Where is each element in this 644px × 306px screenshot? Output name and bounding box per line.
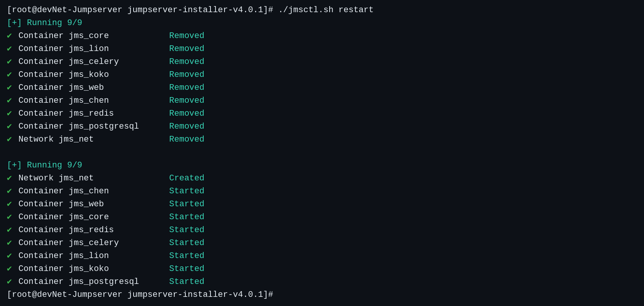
list-item: ✔ Container jms_core Started (7, 211, 637, 224)
item-status: Started (169, 276, 204, 288)
section2-header: [+] Running 9/9 (7, 159, 637, 172)
check-icon: ✔ (7, 107, 17, 120)
item-name: Container jms_web (18, 81, 169, 94)
list-item: ✔ Network jms_net Created (7, 172, 637, 185)
check-icon: ✔ (7, 81, 17, 94)
list-item: ✔ Container jms_postgresql Removed (7, 120, 637, 133)
check-icon: ✔ (7, 69, 17, 81)
item-status: Removed (169, 56, 204, 69)
item-status: Started (169, 263, 204, 276)
final-prompt-text: [root@devNet-Jumpserver jumpserver-insta… (7, 288, 273, 301)
check-icon: ✔ (7, 185, 17, 198)
prompt-text: [root@devNet-Jumpserver jumpserver-insta… (7, 4, 374, 17)
list-item: ✔ Container jms_web Started (7, 198, 637, 211)
item-status: Started (169, 237, 204, 250)
section2-items: ✔ Network jms_net Created✔ Container jms… (7, 172, 637, 288)
check-icon: ✔ (7, 250, 17, 263)
item-status: Removed (169, 69, 204, 81)
item-name: Container jms_lion (18, 250, 169, 263)
item-name: Container jms_celery (18, 56, 169, 69)
item-status: Removed (169, 133, 204, 146)
check-icon: ✔ (7, 43, 17, 56)
check-icon: ✔ (7, 120, 17, 133)
check-icon: ✔ (7, 237, 17, 250)
item-name: Container jms_core (18, 211, 169, 224)
item-status: Removed (169, 81, 204, 94)
item-name: Container jms_chen (18, 185, 169, 198)
item-name: Container jms_redis (18, 224, 169, 237)
list-item: ✔ Container jms_chen Started (7, 185, 637, 198)
list-item: ✔ Container jms_koko Started (7, 263, 637, 276)
item-name: Container jms_celery (18, 237, 169, 250)
item-name: Container jms_lion (18, 43, 169, 56)
item-status: Removed (169, 30, 204, 43)
item-name: Container jms_redis (18, 107, 169, 120)
item-name: Container jms_koko (18, 69, 169, 81)
check-icon: ✔ (7, 133, 17, 146)
check-icon: ✔ (7, 276, 17, 288)
item-status: Started (169, 185, 204, 198)
section1-header-text: [+] Running 9/9 (7, 17, 82, 30)
list-item: ✔ Container jms_lion Removed (7, 43, 637, 56)
list-item: ✔ Container jms_celery Removed (7, 56, 637, 69)
list-item: ✔ Container jms_chen Removed (7, 94, 637, 107)
item-name: Network jms_net (18, 133, 169, 146)
item-status: Started (169, 250, 204, 263)
list-item: ✔ Container jms_redis Removed (7, 107, 637, 120)
item-status: Removed (169, 94, 204, 107)
check-icon: ✔ (7, 224, 17, 237)
check-icon: ✔ (7, 198, 17, 211)
list-item: ✔ Container jms_core Removed (7, 30, 637, 43)
item-status: Removed (169, 120, 204, 133)
item-status: Created (169, 172, 204, 185)
section2-header-text: [+] Running 9/9 (7, 159, 82, 172)
final-prompt-line: [root@devNet-Jumpserver jumpserver-insta… (7, 288, 637, 301)
list-item: ✔ Container jms_koko Removed (7, 69, 637, 81)
item-name: Container jms_core (18, 30, 169, 43)
command-line: [root@devNet-Jumpserver jumpserver-insta… (7, 4, 637, 17)
empty-line-1 (7, 146, 637, 159)
list-item: ✔ Container jms_celery Started (7, 237, 637, 250)
list-item: ✔ Container jms_web Removed (7, 81, 637, 94)
section1-header: [+] Running 9/9 (7, 17, 637, 30)
terminal: [root@devNet-Jumpserver jumpserver-insta… (7, 4, 637, 301)
check-icon: ✔ (7, 263, 17, 276)
check-icon: ✔ (7, 211, 17, 224)
item-status: Removed (169, 107, 204, 120)
item-name: Container jms_web (18, 198, 169, 211)
list-item: ✔ Container jms_lion Started (7, 250, 637, 263)
item-name: Container jms_postgresql (18, 276, 169, 288)
check-icon: ✔ (7, 30, 17, 43)
item-name: Container jms_chen (18, 94, 169, 107)
item-status: Started (169, 198, 204, 211)
item-status: Started (169, 224, 204, 237)
list-item: ✔ Container jms_redis Started (7, 224, 637, 237)
item-status: Started (169, 211, 204, 224)
check-icon: ✔ (7, 94, 17, 107)
item-status: Removed (169, 43, 204, 56)
check-icon: ✔ (7, 172, 17, 185)
list-item: ✔ Container jms_postgresql Started (7, 276, 637, 288)
check-icon: ✔ (7, 56, 17, 69)
item-name: Container jms_koko (18, 263, 169, 276)
section1-items: ✔ Container jms_core Removed✔ Container … (7, 30, 637, 146)
list-item: ✔ Network jms_net Removed (7, 133, 637, 146)
item-name: Network jms_net (18, 172, 169, 185)
item-name: Container jms_postgresql (18, 120, 169, 133)
